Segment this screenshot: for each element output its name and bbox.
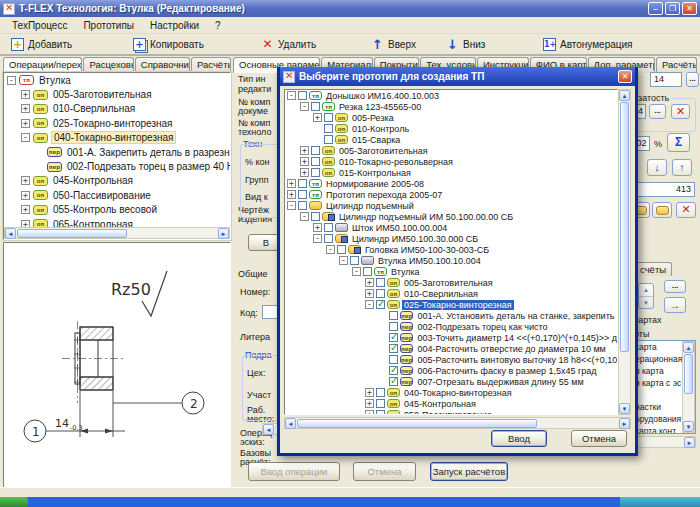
scroll-down-icon[interactable]: ▼ [619,403,630,414]
tree-item[interactable]: пер 007-Отрезать выдерживая длину 55 мм [285,376,617,387]
expander-icon[interactable]: + [287,190,296,199]
expander-icon[interactable]: - [313,234,322,243]
list-item[interactable]: карта конт [633,425,684,434]
scroll-right-icon[interactable]: ► [619,418,630,429]
left-tree-hscrollbar[interactable]: ◄ ► [4,227,230,239]
tree-item[interactable]: + оп 050-Пассивирование [4,188,230,202]
checkbox[interactable] [389,377,398,386]
checkbox[interactable] [311,146,320,155]
checkbox[interactable] [298,190,307,199]
tree-item[interactable]: - тп Втулка [285,266,617,277]
tree-item-label[interactable]: 005-Заготовительная [402,278,495,288]
tree-item-label[interactable]: Резка 123-45565-00 [337,102,423,112]
expander-icon[interactable]: - [352,267,361,276]
tree-item-label[interactable]: 025-Токарно-винторезная [51,118,174,129]
checkbox[interactable] [376,388,385,397]
toolbar-button[interactable]: ✕ Удалить [258,37,319,52]
scroll-right-icon[interactable]: ► [218,228,229,239]
tree-item-label[interactable]: 006-Расточить фаску в размер 1,5х45 град [415,366,598,376]
tree-item-label[interactable]: 005-Расточить винтовую выточку 18 h8<<(+… [415,355,617,365]
expander-icon[interactable]: - [287,91,296,100]
checkbox[interactable] [324,135,333,144]
tree-item-label[interactable]: 002-Подрезать торец в размер 40 Н8<<(+ [65,161,230,172]
toolbar-button[interactable]: ↓ Вниз [443,37,488,52]
scroll-down-icon[interactable]: ▼ [683,421,694,432]
tree-item[interactable]: - Головка ИМ50-100-30-003-СБ [285,244,617,255]
tree-item-label[interactable]: 001-А. Закрепить деталь в разрезной вту [65,147,230,158]
tree-item[interactable]: + оп 005-Резка [285,112,617,123]
checkbox[interactable] [376,278,385,287]
bottom-button[interactable]: Ввод операции [248,462,340,481]
tree-item[interactable]: + оп 005-Заготовительная [4,87,230,101]
tree-item-label[interactable]: Втулка ИМ50.100.10.004 [376,256,483,266]
expander-icon[interactable]: + [21,104,30,113]
maximize-button[interactable]: ❐ [665,2,680,15]
tree-item[interactable]: пер 003-Точить диаметр 14 <<(+0,170)^(+0… [285,332,617,343]
tree-item[interactable]: + оп 025-Токарно-винторезная [4,116,230,130]
tree-item[interactable]: - Втулка ИМ50.100.10.004 [285,255,617,266]
checkbox[interactable] [389,366,398,375]
tree-item[interactable]: оп 015-Сварка [285,134,617,145]
expander-icon[interactable]: - [7,76,16,85]
checkbox[interactable] [376,410,385,415]
tree-item-label[interactable]: 001-А. Установить деталь на станке, закр… [415,311,617,321]
left-tab[interactable]: Расчёты [191,57,231,73]
expander-icon[interactable]: - [287,201,296,210]
browse-button[interactable]: ... [686,72,699,87]
tree-item-label[interactable]: 010-Сверлильная [51,103,137,114]
tree-item-label[interactable]: 010-Токарно-револьверная [337,157,455,167]
checkbox[interactable] [311,212,320,221]
checkbox[interactable] [298,201,307,210]
close-button[interactable]: ✕ [682,2,697,15]
scroll-thumb[interactable] [684,354,693,394]
expander-icon[interactable]: + [21,176,30,185]
tree-item[interactable]: + оп 040-Токарно-винторезная [285,387,617,398]
checkbox[interactable] [298,91,307,100]
scroll-thumb[interactable] [620,102,629,352]
browse-button[interactable]: ... [649,104,666,119]
list-vscrollbar[interactable]: ▲ ▼ [682,341,695,433]
left-tab[interactable]: Операции/переходы [3,57,82,73]
tree-item[interactable]: оп 010-Контроль [285,123,617,134]
bottom-button[interactable]: Запуск расчётов [430,462,508,481]
expander-icon[interactable]: - [339,256,348,265]
checkbox[interactable] [389,333,398,342]
tree-item[interactable]: пер 002-Подрезать торец как чисто [285,321,617,332]
tree-item[interactable]: + оп 005-Заготовительная [285,277,617,288]
expander-icon[interactable]: + [365,388,374,397]
toolbar-button[interactable]: ↑ Вверх [368,37,419,52]
expander-icon[interactable]: + [21,191,30,200]
scroll-left-icon[interactable]: ◄ [5,228,16,239]
left-tab[interactable]: Справочники [135,57,190,73]
tree-item[interactable]: - Цилиндр подъемный [285,200,617,211]
tree-item-label[interactable]: 040-Токарно-винторезная [402,388,514,398]
tree-item-label[interactable]: 040-Токарно-винторезная [51,131,176,144]
tree-item-label[interactable]: 025-Токарно-винторезная [402,300,514,310]
checkbox[interactable] [324,113,333,122]
checkbox[interactable] [311,102,320,111]
checkbox[interactable] [376,300,385,309]
checkbox[interactable] [337,245,346,254]
tree-item-label[interactable]: Донышко ИМ16.400.10.003 [324,91,441,101]
scroll-up-icon[interactable]: ▲ [619,90,630,101]
expander-icon[interactable]: + [365,399,374,408]
tree-item[interactable]: + оп 045-Контрольная [4,174,230,188]
tree-item-label[interactable]: Нормирование 2005-08 [324,179,426,189]
list-item[interactable] [633,389,684,401]
expander-icon[interactable]: + [365,410,374,415]
apply-arrow-button[interactable]: → [664,297,686,313]
menu-item[interactable]: Настройки [143,19,206,32]
tree-item-label[interactable]: Втулка [389,267,422,277]
scroll-left-icon[interactable]: ◄ [263,424,274,435]
expander-icon[interactable]: - [365,300,374,309]
tree-item[interactable]: + оп 050-Пассивирование [285,409,617,415]
tree-item-label[interactable]: Цилиндр подъемный ИМ 50.100.00.00 СБ [337,212,515,222]
tree-item-label[interactable]: 050-Пассивирование [51,190,153,201]
scroll-thumb[interactable] [297,419,537,428]
tree-item[interactable]: + тп Прототип перехода 2005-07 [285,189,617,200]
tree-item[interactable]: - Цилиндр ИМ50.100.30.000 СБ [285,233,617,244]
expander-icon[interactable]: + [21,119,30,128]
dialog-close-button[interactable]: ✕ [618,70,632,83]
tree-item[interactable]: + оп 015-Контрольная [285,167,617,178]
checkbox[interactable] [363,267,372,276]
